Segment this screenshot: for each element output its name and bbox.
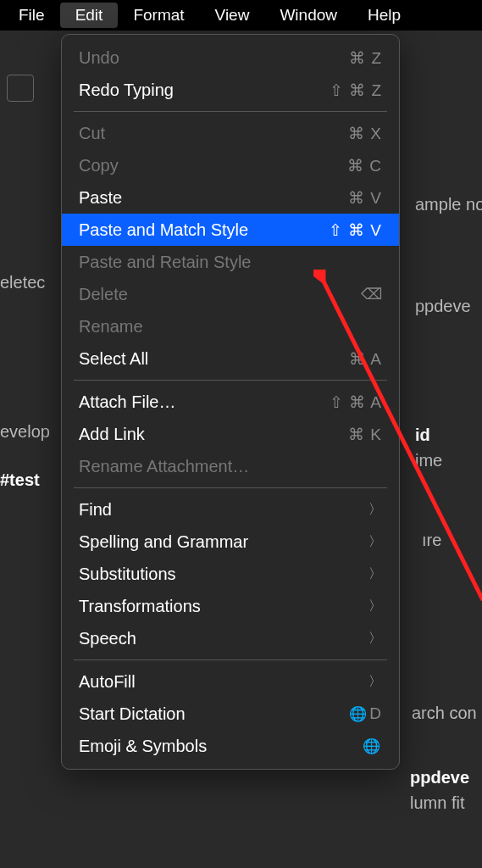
menu-label: AutoFill [79,672,136,692]
menu-label: Add Link [79,425,145,444]
menu-spelling[interactable]: Spelling and Grammar 〉 [62,526,399,558]
menu-redo[interactable]: Redo Typing ⇧ ⌘ Z [62,74,399,106]
menu-view[interactable]: View [200,3,265,28]
bg-text: ample no [415,195,482,214]
menu-label: Cut [79,124,105,143]
menu-emoji-symbols[interactable]: Emoji & Symbols 🌐 [62,730,399,762]
shortcut: ⌘ K [348,425,382,444]
menu-paste-retain-style: Paste and Retain Style [62,246,399,278]
shortcut: ⇧ ⌘ V [329,220,382,240]
menu-label: Redo Typing [79,81,174,100]
menu-paste-match-style[interactable]: Paste and Match Style ⇧ ⌘ V [62,214,399,246]
shortcut: 🌐D [349,704,382,723]
bg-text: ppdeve [415,297,471,316]
separator [74,111,387,112]
separator [74,380,387,381]
bg-text: ppdeve [410,768,469,787]
menu-label: Rename [79,317,143,337]
separator [74,487,387,488]
menu-delete: Delete ⌫ [62,278,399,310]
bg-text: arch con [412,704,477,723]
shortcut: ⇧ ⌘ A [330,392,382,412]
menu-edit[interactable]: Edit [60,3,119,28]
chevron-right-icon: 〉 [368,630,382,648]
menu-label: Emoji & Symbols [79,737,207,756]
bg-text: evelop [0,422,50,442]
backspace-icon: ⌫ [361,285,382,303]
globe-icon: 🌐 [363,737,380,755]
menu-help[interactable]: Help [352,3,416,28]
chevron-right-icon: 〉 [368,598,382,615]
menu-label: Find [79,500,112,520]
menu-label: Transformations [79,597,201,616]
shortcut: ⌘ A [349,349,382,369]
menu-copy: Copy ⌘ C [62,149,399,181]
menu-label: Select All [79,349,148,369]
menu-label: Substitutions [79,565,176,584]
menu-autofill[interactable]: AutoFill 〉 [62,665,399,698]
menu-window[interactable]: Window [264,3,352,28]
shortcut: ⇧ ⌘ Z [330,81,382,100]
menu-label: Spelling and Grammar [79,532,248,552]
separator [74,659,387,660]
shortcut: ⌘ Z [349,48,382,68]
bg-text: lumn fit [410,793,464,813]
menu-substitutions[interactable]: Substitutions 〉 [62,558,399,590]
bg-text: ime [415,451,442,470]
menu-cut: Cut ⌘ X [62,117,399,149]
toolbar-button[interactable] [7,75,34,102]
globe-icon: 🌐 [349,706,368,722]
menu-format[interactable]: Format [118,3,199,28]
menu-label: Rename Attachment… [79,457,249,476]
chevron-right-icon: 〉 [368,533,382,551]
menu-label: Undo [79,48,119,68]
menu-label: Speech [79,629,136,648]
bg-text: eletec [0,273,45,292]
menu-label: Paste and Match Style [79,220,248,240]
menu-label: Paste and Retain Style [79,253,251,272]
menu-paste[interactable]: Paste ⌘ V [62,181,399,214]
edit-dropdown-menu: Undo ⌘ Z Redo Typing ⇧ ⌘ Z Cut ⌘ X Copy … [61,34,400,770]
menu-file[interactable]: File [3,3,60,28]
menu-select-all[interactable]: Select All ⌘ A [62,342,399,375]
shortcut: ⌘ V [348,188,382,208]
menubar: File Edit Format View Window Help [0,0,482,31]
menu-rename-attachment: Rename Attachment… [62,450,399,482]
menu-label: Delete [79,285,128,304]
menu-transformations[interactable]: Transformations 〉 [62,590,399,622]
bg-text: id [415,426,430,445]
menu-label: Copy [79,156,119,175]
menu-start-dictation[interactable]: Start Dictation 🌐D [62,698,399,730]
chevron-right-icon: 〉 [368,565,382,583]
bg-text: #test [0,470,40,490]
menu-add-link[interactable]: Add Link ⌘ K [62,418,399,450]
menu-label: Paste [79,188,122,208]
menu-label: Start Dictation [79,704,186,724]
menu-attach-file[interactable]: Attach File… ⇧ ⌘ A [62,386,399,418]
chevron-right-icon: 〉 [368,501,382,519]
bg-text: ıre [422,531,441,550]
menu-undo: Undo ⌘ Z [62,42,399,74]
menu-speech[interactable]: Speech 〉 [62,622,399,654]
menu-find[interactable]: Find 〉 [62,493,399,526]
shortcut: ⌘ X [348,124,382,143]
menu-rename: Rename [62,310,399,342]
shortcut: ⌘ C [347,156,382,175]
menu-label: Attach File… [79,392,175,412]
chevron-right-icon: 〉 [368,673,382,691]
